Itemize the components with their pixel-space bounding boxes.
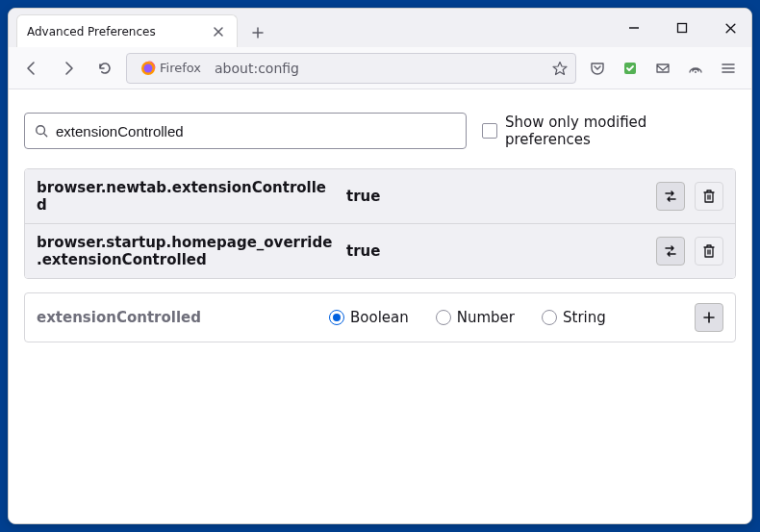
radio-input[interactable]: [436, 310, 451, 325]
delete-button[interactable]: [695, 237, 723, 266]
window-controls: [621, 9, 751, 47]
radio-label: Number: [457, 309, 515, 326]
pref-name: browser.startup.homepage_override.extens…: [37, 234, 335, 268]
identity-box[interactable]: Firefox: [135, 59, 207, 78]
toolbar-icons: [582, 53, 744, 84]
pref-actions: [656, 182, 723, 211]
pref-row: browser.startup.homepage_override.extens…: [25, 224, 735, 278]
toggle-button[interactable]: [656, 237, 685, 266]
url-bar[interactable]: Firefox about:config: [126, 53, 576, 84]
tab-strip: Advanced Preferences: [9, 9, 621, 47]
radio-boolean[interactable]: Boolean: [329, 309, 409, 326]
radio-label: String: [563, 309, 606, 326]
titlebar: Advanced Preferences: [9, 9, 751, 47]
bookmark-star-icon[interactable]: [552, 61, 568, 76]
tab-active[interactable]: Advanced Preferences: [16, 14, 238, 47]
account-icon[interactable]: [647, 53, 678, 84]
show-modified-checkbox[interactable]: Show only modified preferences: [482, 114, 736, 148]
search-row: Show only modified preferences: [24, 113, 736, 149]
type-radio-group: Boolean Number String: [329, 309, 671, 326]
radio-number[interactable]: Number: [436, 309, 515, 326]
preferences-table: browser.newtab.extensionControlled true …: [24, 168, 736, 279]
search-icon: [35, 124, 48, 138]
pref-value: true: [346, 242, 645, 260]
pref-value: true: [346, 188, 645, 205]
pref-name: browser.newtab.extensionControlled: [37, 179, 335, 214]
svg-point-4: [695, 71, 697, 73]
firefox-logo-icon: [140, 61, 156, 76]
pref-row: browser.newtab.extensionControlled true: [25, 169, 735, 224]
radio-string[interactable]: String: [542, 309, 606, 326]
nav-toolbar: Firefox about:config: [9, 47, 751, 89]
svg-point-2: [144, 63, 153, 72]
identity-label: Firefox: [160, 61, 201, 75]
pocket-icon[interactable]: [582, 53, 613, 84]
maximize-button[interactable]: [669, 14, 696, 41]
delete-button[interactable]: [695, 182, 723, 211]
url-text[interactable]: about:config: [215, 61, 545, 76]
browser-window: Advanced Preferences: [8, 8, 752, 524]
checkbox-box[interactable]: [482, 123, 497, 139]
pref-actions: [656, 237, 723, 266]
back-button[interactable]: [16, 53, 47, 84]
reload-button[interactable]: [89, 53, 120, 84]
app-menu-button[interactable]: [713, 53, 744, 84]
new-tab-button[interactable]: [243, 18, 272, 47]
forward-button[interactable]: [53, 53, 84, 84]
close-window-button[interactable]: [717, 14, 744, 41]
add-pref-button[interactable]: [695, 303, 723, 332]
svg-rect-0: [678, 24, 687, 33]
radio-input[interactable]: [542, 310, 557, 325]
extension-icon[interactable]: [615, 53, 646, 84]
tab-title: Advanced Preferences: [27, 25, 210, 38]
radio-label: Boolean: [350, 309, 409, 326]
minimize-button[interactable]: [621, 14, 647, 41]
tracking-icon[interactable]: [680, 53, 711, 84]
checkbox-label: Show only modified preferences: [505, 114, 736, 148]
new-pref-row: extensionControlled Boolean Number Strin…: [24, 292, 736, 342]
toggle-button[interactable]: [656, 182, 685, 211]
new-pref-name: extensionControlled: [37, 309, 306, 326]
radio-input[interactable]: [329, 310, 344, 325]
about-config-content: Show only modified preferences browser.n…: [9, 89, 751, 523]
search-input[interactable]: [56, 123, 456, 139]
search-box[interactable]: [24, 113, 467, 149]
close-tab-icon[interactable]: [210, 23, 227, 40]
